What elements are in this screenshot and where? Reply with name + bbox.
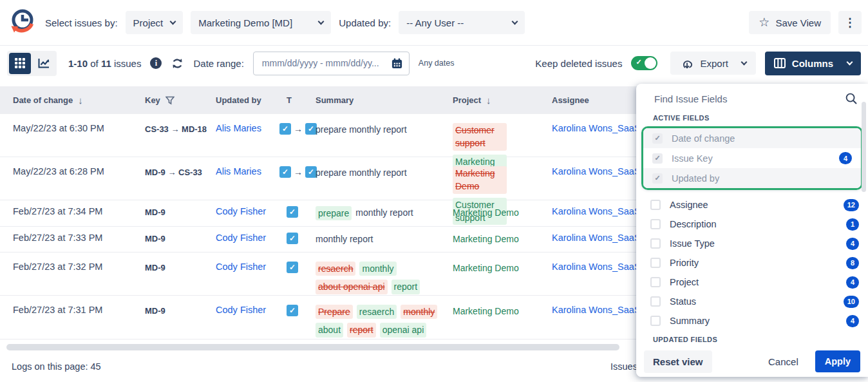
assignee-link[interactable]: Karolina Wons_SaaSJ — [552, 233, 645, 243]
column-header-project[interactable]: Project ↓ — [453, 95, 552, 106]
checkbox-unchecked-icon[interactable] — [650, 277, 661, 287]
field-count-badge: 10 — [844, 296, 859, 308]
any-dates-label: Any dates — [419, 59, 455, 68]
column-header-summary[interactable]: Summary — [316, 95, 453, 105]
cell-date-of-change: Feb/27/23 at 7:32 PM — [0, 262, 145, 272]
field-count-badge: 4 — [846, 315, 859, 327]
refresh-button[interactable] — [171, 57, 184, 70]
apply-button[interactable]: Apply — [815, 350, 860, 372]
chart-view-button[interactable] — [33, 53, 55, 74]
checkbox-unchecked-icon[interactable] — [650, 258, 661, 268]
funnel-filter-icon[interactable] — [165, 96, 175, 105]
field-item-priority[interactable]: Priority 8 — [636, 253, 868, 272]
checkbox-unchecked-icon[interactable] — [650, 316, 661, 326]
select-issues-by-label: Select issues by: — [45, 17, 118, 28]
field-count-badge: 4 — [846, 238, 859, 250]
arrow-down-icon: ↓ — [78, 95, 83, 106]
star-icon: ☆ — [759, 16, 769, 28]
text-segment-removed: about openai api — [316, 280, 388, 294]
export-button[interactable]: Export — [670, 52, 755, 75]
checkbox-unchecked-icon[interactable] — [650, 200, 661, 210]
assignee-link[interactable]: Karolina Wons_SaaSJ — [552, 123, 645, 133]
column-label: Date of change — [13, 95, 73, 105]
chevron-down-icon — [741, 59, 747, 65]
assignee-link[interactable]: Karolina Wons_SaaSJ — [552, 206, 645, 216]
field-item-description[interactable]: Description 1 — [636, 215, 868, 234]
cell-summary: resaerchmonthlyabout openai apireport — [316, 262, 453, 298]
updated-by-link[interactable]: Alis Maries — [216, 166, 261, 177]
updated-by-dropdown[interactable]: -- Any User -- — [399, 11, 525, 34]
columns-button[interactable]: Columns — [765, 52, 861, 75]
save-view-button[interactable]: ☆ Save View — [749, 11, 831, 34]
checkbox-checked-icon: ✓ — [279, 123, 291, 135]
field-item-updated-by[interactable]: ✓ Updated by — [643, 168, 861, 188]
column-header-type[interactable]: T — [287, 95, 316, 105]
column-label: Updated by — [216, 95, 261, 105]
panel-scrollbar[interactable] — [862, 102, 866, 192]
updated-by-link[interactable]: Cody Fisher — [216, 262, 266, 272]
updated-by-link[interactable]: Cody Fisher — [216, 233, 266, 243]
checkbox-unchecked-icon[interactable] — [650, 219, 661, 229]
assignee-link[interactable]: Karolina Wons_SaaSJ — [552, 166, 645, 177]
keep-deleted-toggle[interactable]: ✓ — [631, 56, 657, 70]
save-view-label: Save View — [775, 17, 821, 28]
field-label: Assignee — [670, 200, 708, 210]
chevron-down-icon — [512, 18, 518, 24]
cancel-button[interactable]: Cancel — [764, 356, 802, 368]
columns-panel: ACTIVE FIELDS ✓ Date of change ✓ Issue K… — [636, 84, 868, 377]
checkbox-unchecked-icon[interactable] — [650, 238, 661, 249]
project-dropdown[interactable]: Marketing Demo [MD] — [191, 11, 331, 34]
field-label: Date of change — [672, 133, 735, 144]
updated-by-link[interactable]: Alis Maries — [216, 123, 261, 133]
text-segment-green: Marketing Demo — [453, 233, 519, 245]
assignee-link[interactable]: Karolina Wons_SaaSJ — [552, 262, 645, 272]
cell-summary: prepare monthly report — [316, 123, 453, 140]
horizontal-scrollbar[interactable] — [6, 344, 619, 350]
logs-label: Logs on this page: — [12, 361, 88, 372]
field-item-summary[interactable]: Summary 4 — [636, 311, 868, 330]
text-segment-added: report — [392, 280, 420, 294]
field-item-status[interactable]: Status 10 — [636, 292, 868, 311]
updated-fields-heading: UPDATED FIELDS — [636, 330, 868, 345]
select-by-dropdown[interactable]: Project — [126, 11, 184, 34]
field-item-issue-key[interactable]: ✓ Issue Key 4 — [643, 148, 861, 168]
field-count-badge: 8 — [846, 257, 859, 269]
checkbox-checked-icon: ✓ — [652, 133, 663, 144]
transition-arrow-icon: → — [294, 124, 303, 134]
grid-view-button[interactable] — [9, 53, 31, 74]
text-segment-removed: Prepare — [316, 305, 353, 319]
column-label: T — [287, 95, 292, 105]
logs-count-text: Logs on this page: 45 — [12, 361, 101, 372]
more-menu-button[interactable]: ⋮ — [838, 11, 862, 34]
assignee-link[interactable]: Karolina Wons_SaaSJ — [552, 305, 645, 315]
cell-issue-key: MD-9 — [145, 233, 216, 244]
column-header-date-of-change[interactable]: Date of change ↓ — [0, 95, 145, 106]
text-segment-removed: Customer support — [453, 123, 507, 151]
checkbox-unchecked-icon[interactable] — [650, 296, 661, 307]
view-toggle — [7, 51, 57, 76]
updated-by-link[interactable]: Cody Fisher — [216, 305, 266, 315]
column-label: Key — [145, 95, 160, 105]
date-range-input[interactable] — [261, 57, 387, 69]
field-label: Summary — [670, 316, 710, 326]
checkbox-checked-icon: ✓ — [287, 206, 298, 218]
updated-by-link[interactable]: Cody Fisher — [216, 206, 266, 216]
text-segment-added: openai api — [380, 323, 427, 337]
issues-per-page-label: Issues — [610, 361, 637, 372]
text-segment-plain: monthly report — [355, 206, 413, 219]
column-header-key[interactable]: Key — [145, 95, 216, 105]
calendar-icon[interactable] — [391, 57, 403, 70]
field-item-assignee[interactable]: Assignee 12 — [636, 195, 868, 215]
text-segment-removed: resaerch — [316, 262, 355, 276]
info-icon[interactable]: i — [150, 57, 162, 69]
find-fields-input[interactable] — [653, 93, 838, 105]
cell-date-of-change: May/22/23 at 6:30 PM — [0, 123, 145, 133]
reset-view-button[interactable]: Reset view — [644, 350, 712, 373]
field-item-project[interactable]: Project 4 — [636, 272, 868, 292]
column-header-updated-by[interactable]: Updated by — [216, 95, 287, 105]
field-item-issue-type[interactable]: Issue Type 4 — [636, 234, 868, 253]
active-fields-heading: ACTIVE FIELDS — [636, 109, 868, 124]
cell-summary: preparemonthly report — [316, 206, 453, 224]
field-item-date-of-change[interactable]: ✓ Date of change — [643, 128, 861, 148]
column-label: Project — [453, 95, 481, 105]
